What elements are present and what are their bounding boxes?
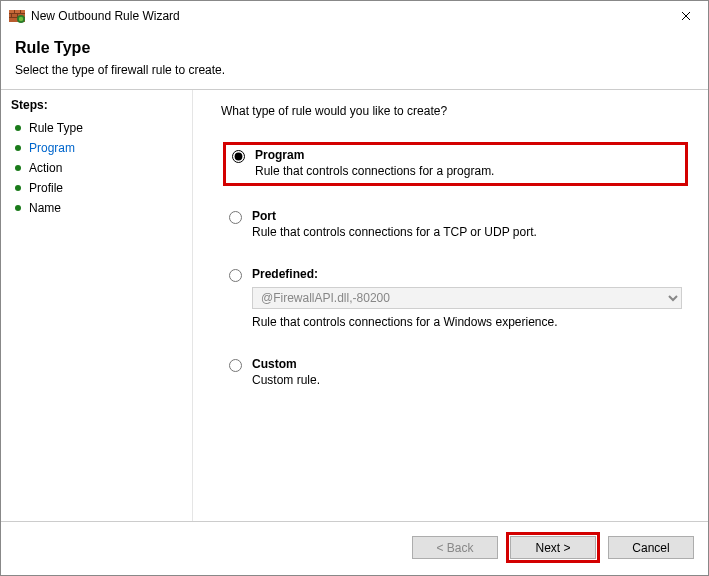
option-predefined-title: Predefined: — [252, 267, 682, 281]
option-predefined-desc: Rule that controls connections for a Win… — [252, 315, 682, 329]
wizard-footer: < Back Next > Cancel — [1, 521, 708, 575]
svg-rect-6 — [11, 14, 12, 17]
next-button-wrap: Next > — [506, 532, 600, 563]
step-label: Action — [29, 161, 62, 175]
titlebar: New Outbound Rule Wizard — [1, 1, 708, 31]
step-bullet-icon — [15, 185, 21, 191]
option-program-row[interactable]: Program Rule that controls connections f… — [232, 148, 679, 178]
option-program-title: Program — [255, 148, 679, 162]
option-program: Program Rule that controls connections f… — [223, 142, 688, 186]
steps-title: Steps: — [11, 98, 192, 112]
predefined-select[interactable]: @FirewallAPI.dll,-80200 — [252, 287, 682, 309]
step-bullet-icon — [15, 125, 21, 131]
option-custom-body: Custom Custom rule. — [252, 357, 682, 387]
window-title: New Outbound Rule Wizard — [31, 9, 180, 23]
svg-point-9 — [19, 17, 23, 21]
svg-rect-5 — [20, 10, 21, 13]
option-custom-desc: Custom rule. — [252, 373, 682, 387]
option-program-body: Program Rule that controls connections f… — [255, 148, 679, 178]
cancel-button[interactable]: Cancel — [608, 536, 694, 559]
svg-rect-2 — [9, 13, 25, 14]
option-port-row[interactable]: Port Rule that controls connections for … — [229, 209, 682, 239]
close-button[interactable] — [663, 1, 708, 31]
step-rule-type[interactable]: Rule Type — [11, 118, 192, 138]
back-button-wrap: < Back — [412, 536, 498, 559]
radio-predefined[interactable] — [229, 269, 242, 282]
page-title: Rule Type — [15, 39, 694, 57]
option-custom-row[interactable]: Custom Custom rule. — [229, 357, 682, 387]
wizard-header: Rule Type Select the type of firewall ru… — [1, 31, 708, 89]
steps-sidebar: Steps: Rule Type Program Action Profile … — [1, 90, 193, 521]
step-label: Profile — [29, 181, 63, 195]
radio-custom[interactable] — [229, 359, 242, 372]
step-label: Program — [29, 141, 75, 155]
window-title-wrap: New Outbound Rule Wizard — [9, 8, 663, 24]
step-bullet-icon — [15, 165, 21, 171]
wizard-body: Steps: Rule Type Program Action Profile … — [1, 90, 708, 521]
radio-program[interactable] — [232, 150, 245, 163]
option-port-desc: Rule that controls connections for a TCP… — [252, 225, 682, 239]
svg-rect-1 — [9, 10, 25, 13]
firewall-icon — [9, 8, 25, 24]
next-button[interactable]: Next > — [510, 536, 596, 559]
option-predefined: Predefined: @FirewallAPI.dll,-80200 Rule… — [223, 264, 688, 334]
step-profile[interactable]: Profile — [11, 178, 192, 198]
step-program[interactable]: Program — [11, 138, 192, 158]
option-predefined-row[interactable]: Predefined: @FirewallAPI.dll,-80200 Rule… — [229, 267, 682, 329]
rule-type-options: Program Rule that controls connections f… — [221, 142, 688, 392]
predefined-select-wrap: @FirewallAPI.dll,-80200 — [252, 287, 682, 309]
back-button[interactable]: < Back — [412, 536, 498, 559]
svg-rect-4 — [14, 10, 15, 13]
radio-port[interactable] — [229, 211, 242, 224]
page-subtitle: Select the type of firewall rule to crea… — [15, 63, 694, 77]
option-custom: Custom Custom rule. — [223, 354, 688, 392]
main-content: What type of rule would you like to crea… — [193, 90, 708, 521]
step-action[interactable]: Action — [11, 158, 192, 178]
rule-type-question: What type of rule would you like to crea… — [221, 104, 688, 118]
option-program-desc: Rule that controls connections for a pro… — [255, 164, 679, 178]
step-bullet-icon — [15, 205, 21, 211]
option-port-body: Port Rule that controls connections for … — [252, 209, 682, 239]
option-port: Port Rule that controls connections for … — [223, 206, 688, 244]
step-bullet-icon — [15, 145, 21, 151]
option-custom-title: Custom — [252, 357, 682, 371]
step-label: Rule Type — [29, 121, 83, 135]
step-label: Name — [29, 201, 61, 215]
option-predefined-body: Predefined: @FirewallAPI.dll,-80200 Rule… — [252, 267, 682, 329]
step-name[interactable]: Name — [11, 198, 192, 218]
option-port-title: Port — [252, 209, 682, 223]
cancel-button-wrap: Cancel — [608, 536, 694, 559]
